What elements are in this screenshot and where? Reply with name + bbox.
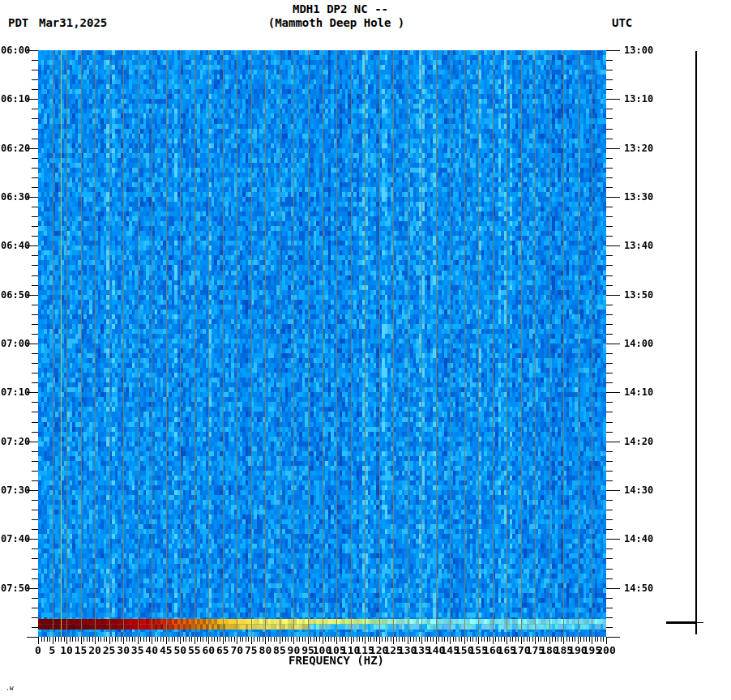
right-time-label: 14:40 <box>624 534 653 544</box>
freq-tick-label: 70 <box>231 645 244 655</box>
left-time-label: 07:40 <box>1 534 30 544</box>
spectrogram-page: PDT Mar31,2025 MDH1 DP2 NC -- (Mammoth D… <box>0 0 731 700</box>
left-time-label: 06:00 <box>1 45 30 55</box>
left-time-label: 06:10 <box>1 94 30 104</box>
corner-note: .w <box>6 685 14 692</box>
right-time-label: 13:30 <box>624 192 653 202</box>
freq-tick-label: 20 <box>88 645 101 655</box>
freq-tick-label: 30 <box>117 645 130 655</box>
right-time-label: 13:40 <box>624 241 653 250</box>
timezone-left-label: PDT <box>8 17 28 28</box>
station-title: MDH1 DP2 NC -- <box>293 3 388 15</box>
right-time-label: 14:30 <box>624 485 653 495</box>
right-time-label: 14:10 <box>624 387 653 397</box>
freq-tick-label: 65 <box>216 645 229 655</box>
timezone-right-label: UTC <box>612 17 632 28</box>
date-label: Mar31,2025 <box>39 17 107 28</box>
right-time-label: 13:20 <box>624 143 653 153</box>
left-time-label: 06:30 <box>1 192 30 202</box>
freq-tick-label: 5 <box>49 645 56 655</box>
freq-tick-label: 200 <box>596 645 615 655</box>
right-time-label: 13:50 <box>624 290 653 300</box>
left-time-label: 06:40 <box>1 241 30 250</box>
freq-tick-label: 60 <box>202 645 215 655</box>
right-time-label: 13:00 <box>624 45 653 55</box>
right-time-label: 14:20 <box>624 437 653 446</box>
freq-tick-label: 10 <box>60 645 73 655</box>
right-time-label: 14:50 <box>624 583 653 593</box>
freq-tick-label: 45 <box>160 645 173 655</box>
left-time-label: 07:50 <box>1 583 30 593</box>
freq-tick-label: 15 <box>75 645 88 655</box>
left-time-label: 07:10 <box>1 387 30 397</box>
freq-tick-label: 75 <box>245 645 258 655</box>
freq-tick-label: 50 <box>173 645 186 655</box>
freq-tick-label: 25 <box>103 645 116 655</box>
freq-tick-label: 40 <box>145 645 158 655</box>
frequency-axis-title: FREQUENCY (HZ) <box>289 655 384 666</box>
left-time-label: 07:20 <box>1 437 30 446</box>
left-time-label: 06:50 <box>1 290 30 300</box>
freq-tick-label: 55 <box>188 645 201 655</box>
freq-tick-label: 85 <box>273 645 286 655</box>
left-time-label: 07:30 <box>1 485 30 495</box>
left-time-label: 06:20 <box>1 143 30 153</box>
freq-tick-label: 0 <box>35 645 41 655</box>
spectrogram-heatmap <box>38 50 606 637</box>
freq-tick-label: 35 <box>131 645 144 655</box>
station-subtitle: (Mammoth Deep Hole ) <box>268 17 405 28</box>
freq-tick-label: 80 <box>259 645 272 655</box>
right-time-label: 14:00 <box>624 339 653 348</box>
right-time-label: 13:10 <box>624 94 653 104</box>
left-time-label: 07:00 <box>1 339 30 348</box>
